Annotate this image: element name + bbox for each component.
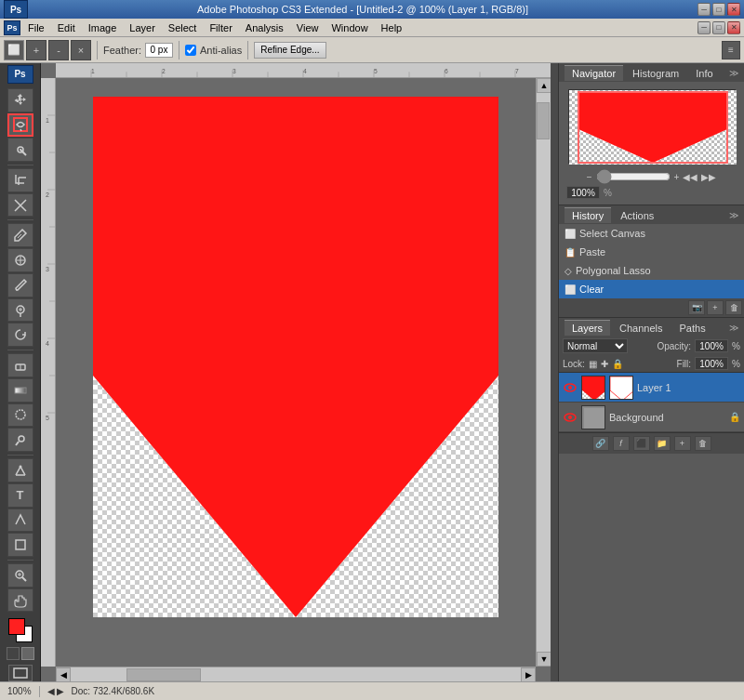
menu-file[interactable]: File: [22, 21, 50, 34]
zoom-minus-icon[interactable]: −: [587, 172, 592, 182]
foreground-color[interactable]: [8, 618, 25, 635]
eyedropper-tool[interactable]: [7, 223, 33, 247]
feather-input[interactable]: [145, 43, 173, 58]
layer-delete-btn[interactable]: 🗑: [695, 436, 711, 451]
magic-wand-tool[interactable]: [7, 138, 33, 162]
dodge-tool[interactable]: [7, 428, 33, 452]
hand-tool[interactable]: [7, 588, 33, 613]
type-tool[interactable]: T: [7, 483, 33, 508]
canvas[interactable]: [93, 97, 498, 617]
svg-rect-24: [14, 668, 27, 678]
status-left-arrow[interactable]: ◀: [47, 686, 55, 696]
clone-stamp-tool[interactable]: [7, 298, 33, 323]
antialias-checkbox[interactable]: [185, 45, 196, 56]
quick-mask-mode[interactable]: [21, 647, 34, 660]
healing-brush-tool[interactable]: [7, 248, 33, 272]
gradient-tool[interactable]: [7, 378, 33, 403]
standard-mode[interactable]: [7, 647, 20, 660]
navigator-panel-menu[interactable]: ≫: [729, 68, 738, 78]
status-arrows[interactable]: ◀ ▶: [47, 686, 64, 696]
canvas-container[interactable]: [56, 78, 536, 667]
layer-item-background[interactable]: Background 🔒: [559, 403, 744, 432]
menu-edit[interactable]: Edit: [52, 21, 81, 34]
lock-move-icon[interactable]: ✚: [601, 359, 608, 369]
lock-pixels-icon[interactable]: ▦: [589, 359, 597, 369]
minimize-button[interactable]: ─: [698, 3, 711, 16]
opacity-input[interactable]: [695, 339, 728, 352]
lasso-rect-icon[interactable]: ⬜: [4, 40, 24, 60]
history-brush-tool[interactable]: [7, 323, 33, 347]
layer-link-btn[interactable]: 🔗: [592, 436, 609, 451]
layer-mask-btn[interactable]: ⬛: [633, 436, 650, 451]
menu-image[interactable]: Image: [83, 21, 123, 34]
zoom-plus-icon[interactable]: +: [674, 172, 680, 182]
screen-mode[interactable]: [8, 665, 33, 681]
channels-tab[interactable]: Channels: [612, 320, 670, 336]
history-item-paste[interactable]: 📋 Paste: [559, 243, 744, 261]
fill-input[interactable]: [695, 357, 728, 370]
layer1-visibility-eye[interactable]: [563, 380, 578, 395]
pen-tool[interactable]: [7, 458, 33, 482]
status-right-arrow[interactable]: ▶: [57, 686, 64, 696]
maximize-button[interactable]: □: [712, 3, 725, 16]
close-button[interactable]: ✕: [727, 3, 740, 16]
panel-minimize[interactable]: ─: [698, 21, 711, 34]
menu-layer[interactable]: Layer: [124, 21, 161, 34]
info-tab[interactable]: Info: [688, 65, 720, 81]
navigator-tab[interactable]: Navigator: [565, 65, 623, 81]
zoom-tool[interactable]: [7, 563, 33, 588]
vertical-scrollbar[interactable]: ▲ ▼: [536, 78, 551, 667]
window-controls[interactable]: ─ □ ✕: [698, 3, 740, 16]
layers-tab[interactable]: Layers: [565, 320, 610, 336]
history-new-btn[interactable]: +: [707, 300, 724, 315]
panel-maximize[interactable]: □: [712, 21, 725, 34]
blend-mode-select[interactable]: Normal Multiply Screen Overlay: [563, 338, 628, 353]
paths-tab[interactable]: Paths: [672, 320, 713, 336]
menu-view[interactable]: View: [291, 21, 325, 34]
history-snapshot-btn[interactable]: 📷: [688, 300, 705, 315]
layers-panel-menu[interactable]: ≫: [729, 323, 738, 333]
horizontal-scrollbar[interactable]: ◀ ▶: [56, 667, 536, 681]
history-item-clear[interactable]: ⬜ Clear: [559, 280, 744, 298]
shape-tool[interactable]: [7, 533, 33, 557]
menu-analysis[interactable]: Analysis: [240, 21, 289, 34]
path-select-tool[interactable]: [7, 508, 33, 533]
lasso-sub-icon[interactable]: -: [48, 40, 69, 60]
histogram-tab[interactable]: Histogram: [625, 65, 686, 81]
zoom-slider[interactable]: [596, 169, 671, 184]
eraser-tool[interactable]: [7, 353, 33, 377]
crop-tool[interactable]: [7, 168, 33, 192]
actions-tab[interactable]: Actions: [613, 207, 661, 223]
lasso-add-icon[interactable]: +: [26, 40, 46, 60]
nav-arrows-right[interactable]: ▶▶: [701, 172, 716, 182]
layer-fx-btn[interactable]: f: [613, 436, 630, 451]
history-item-polygonal-lasso[interactable]: ◇ Polygonal Lasso: [559, 261, 744, 280]
toolbar-ps-icon: Ps: [7, 65, 33, 84]
lasso-intersect-icon[interactable]: ×: [71, 40, 91, 60]
menu-select[interactable]: Select: [163, 21, 203, 34]
background-visibility-eye[interactable]: [563, 410, 578, 425]
history-item-select-canvas[interactable]: ⬜ Select Canvas: [559, 224, 744, 243]
layer-group-btn[interactable]: 📁: [654, 436, 671, 451]
layer-new-btn[interactable]: +: [674, 436, 691, 451]
nav-arrows-left[interactable]: ◀◀: [683, 172, 698, 182]
color-swatches[interactable]: [8, 618, 33, 642]
menu-help[interactable]: Help: [376, 21, 408, 34]
lasso-tool[interactable]: [7, 113, 33, 138]
history-delete-btn[interactable]: 🗑: [725, 300, 742, 315]
history-tab[interactable]: History: [565, 207, 611, 223]
history-panel-menu[interactable]: ≫: [729, 210, 738, 220]
panel-resize-handle[interactable]: [551, 63, 558, 681]
refine-edge-button[interactable]: Refine Edge...: [254, 42, 326, 59]
panel-close[interactable]: ✕: [727, 21, 740, 34]
brush-tool[interactable]: [7, 273, 33, 297]
options-menu-icon[interactable]: ≡: [722, 41, 740, 59]
slice-tool[interactable]: [7, 193, 33, 218]
blur-tool[interactable]: [7, 403, 33, 428]
move-tool[interactable]: [7, 88, 33, 112]
menu-window[interactable]: Window: [326, 21, 373, 34]
lock-all-icon[interactable]: 🔒: [612, 359, 623, 369]
menu-filter[interactable]: Filter: [204, 21, 237, 34]
layer-item-layer1[interactable]: Layer 1: [559, 373, 744, 403]
zoom-value-input[interactable]: [566, 186, 600, 199]
